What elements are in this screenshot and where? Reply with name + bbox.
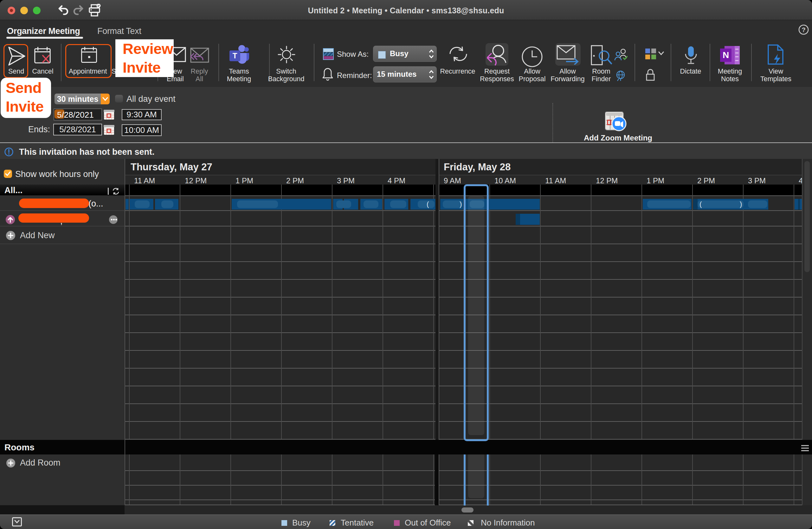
svg-text:T: T bbox=[233, 52, 237, 60]
svg-text:N: N bbox=[723, 50, 729, 60]
svg-text:?: ? bbox=[801, 26, 805, 33]
